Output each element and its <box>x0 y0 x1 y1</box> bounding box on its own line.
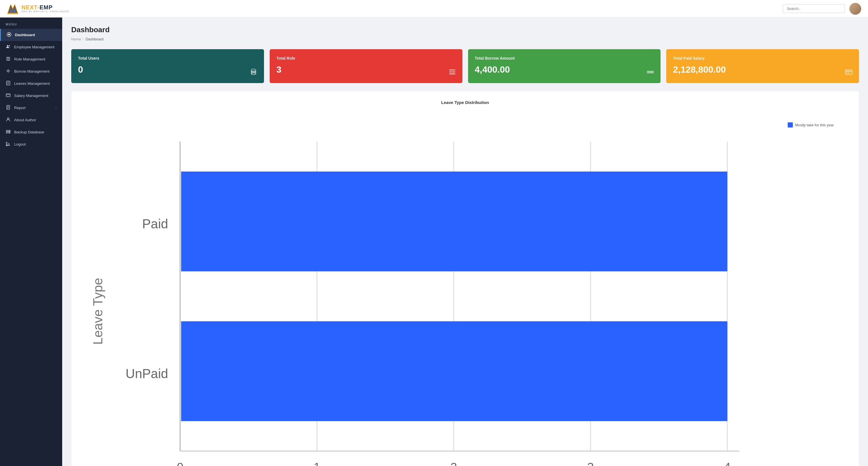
svg-point-24 <box>9 130 10 131</box>
stat-card-total-role: Total Role 3 <box>270 49 462 83</box>
chart-container: Leave Type <box>80 112 850 466</box>
sidebar-item-label: Report <box>14 106 26 110</box>
total-borrow-icon <box>646 68 654 78</box>
logo-area: NEXT-EMP EMS BY MAYURI K. FREELANCER <box>7 3 69 15</box>
svg-text:UnPaid: UnPaid <box>125 366 168 381</box>
svg-rect-42 <box>846 73 847 73</box>
svg-text:Paid: Paid <box>142 216 168 231</box>
svg-point-10 <box>7 70 9 72</box>
chart-title: Leave Type Distribution <box>80 100 850 105</box>
sidebar-item-label: Borrow Management <box>14 69 50 73</box>
svg-rect-8 <box>6 59 10 59</box>
leaves-icon <box>6 81 11 86</box>
stat-value-total-borrow: 4,400.00 <box>475 64 654 75</box>
svg-rect-33 <box>449 69 455 70</box>
bar-chart: Leave Type <box>80 112 779 466</box>
top-header: NEXT-EMP EMS BY MAYURI K. FREELANCER <box>0 0 868 18</box>
sidebar-item-label: About Author <box>14 118 36 122</box>
bar-paid <box>181 172 727 271</box>
svg-point-32 <box>251 73 256 74</box>
backup-icon <box>6 129 11 135</box>
stat-label-total-role: Total Role <box>276 56 456 60</box>
legend-color-box <box>788 122 793 127</box>
sidebar: MENU Dashboard Employee Management Role … <box>0 18 62 466</box>
svg-point-25 <box>9 132 10 133</box>
search-input[interactable] <box>783 4 845 13</box>
stat-card-total-borrow: Total Borrow Amount 4,400.00 <box>468 49 661 83</box>
svg-rect-36 <box>647 71 654 72</box>
stat-value-total-users: 0 <box>78 64 257 75</box>
main-content: Dashboard Home › Dashboard Total Users 0 <box>62 18 868 466</box>
sidebar-item-salary-management[interactable]: Salary Management <box>0 90 62 102</box>
sidebar-item-about-author[interactable]: About Author <box>0 114 62 126</box>
stat-value-total-role: 3 <box>276 64 456 75</box>
svg-rect-37 <box>647 72 654 73</box>
svg-text:1: 1 <box>313 460 320 466</box>
total-salary-icon <box>845 68 853 78</box>
chart-legend: Mostly take for this year <box>788 122 850 127</box>
breadcrumb: Home › Dashboard <box>71 37 859 41</box>
svg-rect-9 <box>6 60 10 60</box>
sidebar-item-label: Employee Management <box>14 45 55 49</box>
svg-point-21 <box>7 118 9 120</box>
logo-icon <box>7 3 19 15</box>
borrow-icon <box>6 69 11 74</box>
bar-unpaid <box>181 321 727 421</box>
layout: MENU Dashboard Employee Management Role … <box>0 18 868 466</box>
sidebar-item-backup-database[interactable]: Backup Database <box>0 126 62 138</box>
salary-icon <box>6 93 11 98</box>
employee-icon <box>6 44 11 50</box>
report-icon <box>6 105 11 111</box>
total-role-icon <box>448 68 456 78</box>
sidebar-item-borrow-management[interactable]: Borrow Management <box>0 65 62 77</box>
sidebar-item-employee-management[interactable]: Employee Management <box>0 41 62 53</box>
sidebar-item-label: Role Management <box>14 57 45 61</box>
total-users-icon <box>249 67 258 78</box>
svg-rect-41 <box>850 71 851 72</box>
stat-card-total-users: Total Users 0 <box>71 49 264 83</box>
svg-text:4: 4 <box>724 460 731 466</box>
chart-area: Leave Type <box>80 112 779 466</box>
stats-grid: Total Users 0 Total Role 3 <box>71 49 859 83</box>
legend-label: Mostly take for this year <box>795 123 834 127</box>
sidebar-item-label: Dashboard <box>15 33 35 37</box>
chart-legend-area: Mostly take for this year <box>788 112 850 127</box>
sidebar-item-report[interactable]: Report › <box>0 102 62 114</box>
svg-rect-15 <box>6 94 10 97</box>
logo-text: NEXT-EMP EMS BY MAYURI K. FREELANCER <box>22 4 69 13</box>
svg-text:2: 2 <box>450 460 457 466</box>
sidebar-item-leaves-management[interactable]: Leaves Management <box>0 77 62 90</box>
svg-point-5 <box>7 45 8 46</box>
svg-rect-7 <box>6 57 10 58</box>
svg-text:Leave Type: Leave Type <box>90 278 105 345</box>
header-right <box>783 3 861 15</box>
svg-point-6 <box>9 45 10 46</box>
avatar[interactable] <box>849 3 861 15</box>
sidebar-item-label: Salary Management <box>14 94 48 98</box>
svg-point-4 <box>8 34 10 35</box>
sidebar-item-logout[interactable]: Logout <box>0 138 62 150</box>
svg-rect-26 <box>6 145 10 146</box>
sidebar-item-label: Backup Database <box>14 130 44 134</box>
svg-text:3: 3 <box>587 460 594 466</box>
breadcrumb-separator: › <box>83 37 84 41</box>
sidebar-menu-label: MENU <box>0 23 62 29</box>
breadcrumb-current: Dashboard <box>86 37 104 41</box>
page-title: Dashboard <box>71 25 859 34</box>
sidebar-item-label: Leaves Management <box>14 82 50 86</box>
stat-card-total-salary: Total Paid Salary 2,128,800.00 <box>666 49 859 83</box>
logo-sub: EMS BY MAYURI K. FREELANCER <box>22 10 69 13</box>
breadcrumb-home: Home <box>71 37 81 41</box>
logo-name: NEXT-EMP <box>22 4 69 10</box>
avatar-image <box>849 3 861 15</box>
logout-icon <box>6 142 11 147</box>
report-arrow-icon: › <box>55 106 57 110</box>
svg-rect-39 <box>846 71 848 72</box>
sidebar-item-role-management[interactable]: Role Management <box>0 53 62 65</box>
svg-text:0: 0 <box>177 460 183 466</box>
svg-rect-40 <box>848 71 849 72</box>
role-icon <box>6 57 11 62</box>
svg-rect-34 <box>449 71 455 72</box>
sidebar-item-dashboard[interactable]: Dashboard <box>0 29 62 41</box>
stat-label-total-salary: Total Paid Salary <box>673 56 852 60</box>
